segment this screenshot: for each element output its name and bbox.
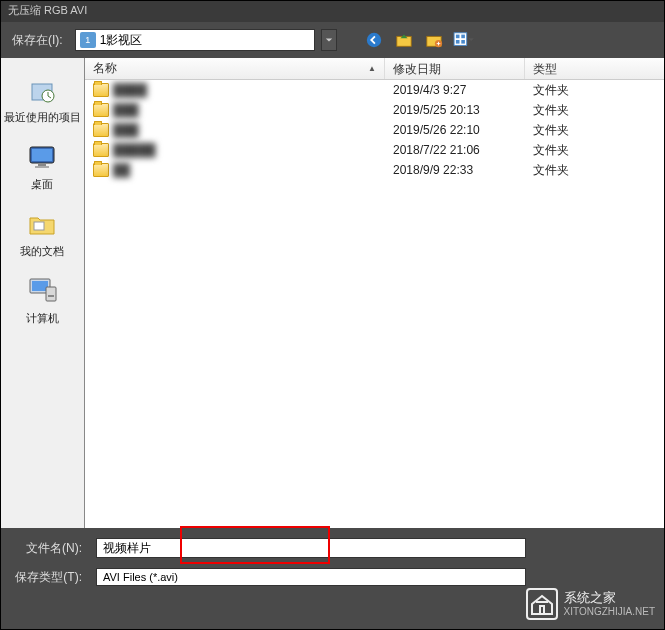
computer-icon [26, 275, 58, 307]
file-list-area: 名称 ▲ 修改日期 类型 ████ 2019/4/3 9:27 文件夹 ███ … [85, 58, 665, 528]
file-name: ████ [113, 83, 147, 97]
svg-rect-15 [34, 222, 44, 230]
folder-icon [93, 163, 109, 177]
view-mode-icon[interactable] [453, 29, 475, 51]
svg-rect-18 [46, 287, 56, 301]
watermark-url: XITONGZHIJIA.NET [564, 606, 656, 617]
file-name: ███ [113, 123, 139, 137]
file-date: 2019/5/25 20:13 [385, 103, 525, 117]
sidebar-label: 最近使用的项目 [4, 110, 81, 125]
file-type: 文件夹 [525, 102, 665, 119]
documents-icon [26, 208, 58, 240]
sidebar-item-desktop[interactable]: 桌面 [0, 133, 84, 200]
file-type: 文件夹 [525, 82, 665, 99]
sidebar-label: 我的文档 [20, 244, 64, 259]
up-folder-icon[interactable] [393, 29, 415, 51]
sidebar-item-computer[interactable]: 计算机 [0, 267, 84, 334]
new-folder-icon[interactable] [423, 29, 445, 51]
bottom-panel: 文件名(N): 保存类型(T): AVI Files (*.avi) [0, 528, 665, 604]
file-list[interactable]: ████ 2019/4/3 9:27 文件夹 ███ 2019/5/25 20:… [85, 80, 665, 528]
recent-icon [26, 74, 58, 106]
sidebar-item-recent[interactable]: 最近使用的项目 [0, 66, 84, 133]
sidebar-label: 计算机 [26, 311, 59, 326]
column-header-type[interactable]: 类型 [525, 58, 665, 79]
file-date: 2019/4/3 9:27 [385, 83, 525, 97]
filename-input[interactable] [96, 538, 526, 558]
filetype-label: 保存类型(T): [8, 569, 86, 586]
filename-label: 文件名(N): [8, 540, 86, 557]
file-name: █████ [113, 143, 156, 157]
svg-rect-7 [456, 40, 460, 44]
filetype-combo[interactable]: AVI Files (*.avi) [96, 568, 526, 586]
places-sidebar: 最近使用的项目 桌面 我的文档 计算机 [0, 58, 85, 528]
file-type: 文件夹 [525, 142, 665, 159]
folder-badge-icon: 1 [80, 32, 96, 48]
file-row[interactable]: ████ 2019/4/3 9:27 文件夹 [85, 80, 665, 100]
sidebar-item-documents[interactable]: 我的文档 [0, 200, 84, 267]
folder-icon [93, 83, 109, 97]
file-row[interactable]: ███ 2019/5/25 20:13 文件夹 [85, 100, 665, 120]
file-date: 2018/9/9 22:33 [385, 163, 525, 177]
file-name: ██ [113, 163, 130, 177]
svg-rect-5 [456, 35, 460, 39]
desktop-icon [26, 141, 58, 173]
location-combo[interactable]: 1 1影视区 [75, 29, 315, 51]
file-row[interactable]: ███ 2019/5/26 22:10 文件夹 [85, 120, 665, 140]
svg-rect-13 [38, 163, 46, 166]
folder-icon [93, 123, 109, 137]
sidebar-label: 桌面 [31, 177, 53, 192]
column-header-name[interactable]: 名称 ▲ [85, 58, 385, 79]
title-bar: 无压缩 RGB AVI [0, 0, 665, 22]
list-header: 名称 ▲ 修改日期 类型 [85, 58, 665, 80]
filetype-value: AVI Files (*.avi) [103, 571, 178, 583]
back-icon[interactable] [363, 29, 385, 51]
column-header-date[interactable]: 修改日期 [385, 58, 525, 79]
file-type: 文件夹 [525, 122, 665, 139]
svg-rect-6 [461, 35, 465, 39]
location-toolbar: 保存在(I): 1 1影视区 [0, 22, 665, 58]
svg-rect-8 [461, 40, 465, 44]
sort-arrow-icon: ▲ [368, 64, 376, 73]
folder-icon [93, 103, 109, 117]
file-name: ███ [113, 103, 139, 117]
file-type: 文件夹 [525, 162, 665, 179]
location-text: 1影视区 [100, 32, 143, 49]
svg-rect-19 [48, 295, 54, 297]
window-title: 无压缩 RGB AVI [8, 4, 87, 16]
file-row[interactable]: ██ 2018/9/9 22:33 文件夹 [85, 160, 665, 180]
location-dropdown-button[interactable] [321, 29, 337, 51]
folder-icon [93, 143, 109, 157]
save-in-label: 保存在(I): [6, 32, 69, 49]
svg-rect-14 [35, 166, 49, 168]
file-row[interactable]: █████ 2018/7/22 21:06 文件夹 [85, 140, 665, 160]
file-date: 2018/7/22 21:06 [385, 143, 525, 157]
file-date: 2019/5/26 22:10 [385, 123, 525, 137]
svg-rect-12 [32, 149, 52, 161]
svg-point-0 [366, 33, 380, 47]
